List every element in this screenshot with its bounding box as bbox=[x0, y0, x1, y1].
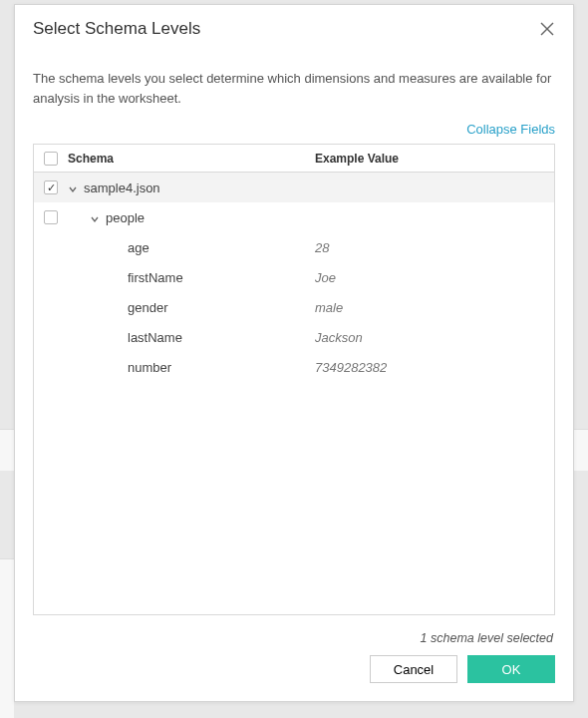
chevron-down-icon[interactable] bbox=[68, 182, 78, 192]
dialog-buttons: Cancel OK bbox=[15, 655, 573, 701]
collapse-fields-link[interactable]: Collapse Fields bbox=[466, 122, 555, 137]
ok-button[interactable]: OK bbox=[467, 655, 555, 683]
dialog-title: Select Schema Levels bbox=[33, 19, 200, 39]
example-value: Joe bbox=[315, 270, 554, 285]
column-header-example[interactable]: Example Value bbox=[315, 152, 554, 166]
schema-label: sample4.json bbox=[84, 180, 160, 195]
table-header-row: Schema Example Value bbox=[34, 145, 554, 173]
selection-status: 1 schema level selected bbox=[33, 615, 555, 655]
table-row[interactable]: firstNameJoe bbox=[34, 262, 554, 292]
schema-tree: sample4.jsonpeopleage28firstNameJoegende… bbox=[34, 173, 554, 614]
dialog-description: The schema levels you select determine w… bbox=[33, 69, 555, 108]
example-value: 7349282382 bbox=[315, 360, 554, 375]
chevron-down-icon[interactable] bbox=[90, 212, 100, 222]
cancel-button[interactable]: Cancel bbox=[370, 655, 457, 683]
table-row[interactable]: lastNameJackson bbox=[34, 322, 554, 352]
select-all-checkbox[interactable] bbox=[44, 152, 58, 166]
schema-label: gender bbox=[128, 300, 167, 315]
close-icon[interactable] bbox=[539, 21, 555, 37]
schema-label: age bbox=[128, 240, 149, 255]
schema-label: lastName bbox=[128, 330, 182, 345]
schema-label: firstName bbox=[128, 270, 183, 285]
schema-label: people bbox=[106, 210, 145, 225]
row-checkbox[interactable] bbox=[44, 180, 58, 194]
column-header-schema[interactable]: Schema bbox=[68, 152, 315, 166]
table-row[interactable]: age28 bbox=[34, 232, 554, 262]
dialog-header: Select Schema Levels bbox=[15, 5, 573, 51]
table-row[interactable]: people bbox=[34, 202, 554, 232]
example-value: Jackson bbox=[315, 330, 554, 345]
row-checkbox[interactable] bbox=[44, 210, 58, 224]
example-value: male bbox=[315, 300, 554, 315]
schema-label: number bbox=[128, 360, 171, 375]
example-value: 28 bbox=[315, 240, 554, 255]
table-row[interactable]: gendermale bbox=[34, 292, 554, 322]
table-row[interactable]: number7349282382 bbox=[34, 352, 554, 382]
schema-levels-dialog: Select Schema Levels The schema levels y… bbox=[14, 4, 574, 702]
table-row[interactable]: sample4.json bbox=[34, 173, 554, 202]
schema-table: Schema Example Value sample4.jsonpeoplea… bbox=[33, 144, 555, 615]
